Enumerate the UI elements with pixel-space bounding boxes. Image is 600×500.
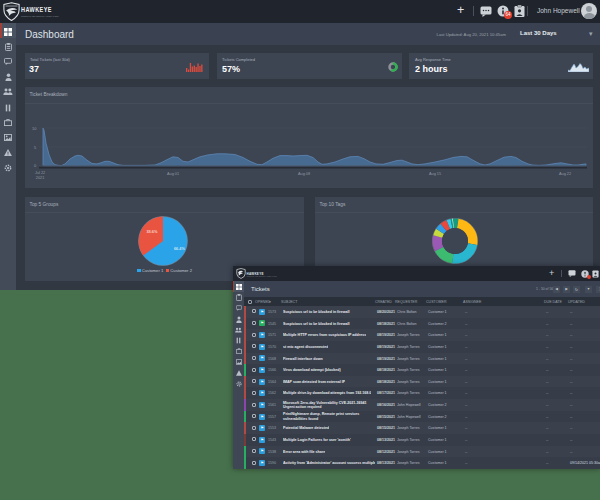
svg-text:33.6%: 33.6% [147, 229, 158, 233]
svg-text:66.4%: 66.4% [174, 247, 185, 251]
